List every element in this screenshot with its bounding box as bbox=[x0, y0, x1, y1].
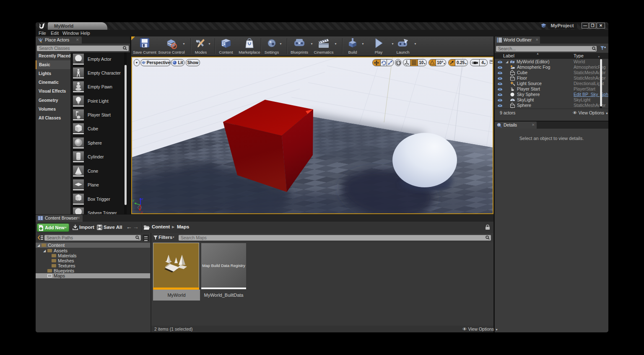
svg-text:z: z bbox=[141, 197, 143, 201]
svg-text:i: i bbox=[499, 124, 499, 127]
